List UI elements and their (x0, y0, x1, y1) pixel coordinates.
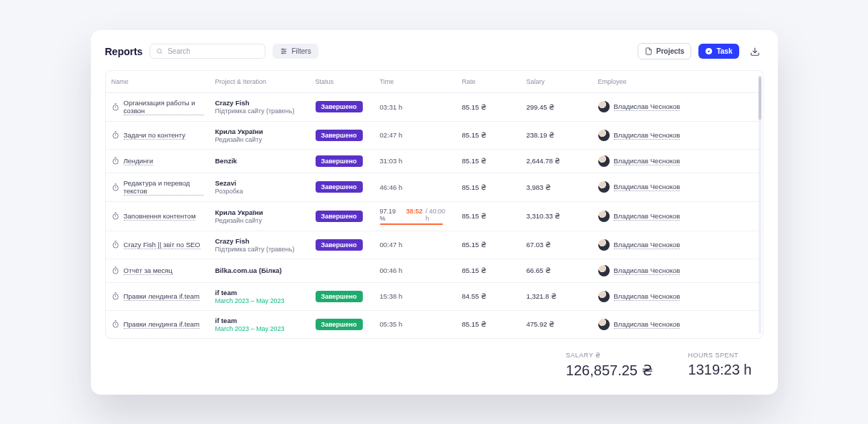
stopwatch-icon (112, 103, 120, 111)
avatar (598, 211, 610, 222)
project-name: Bilka.com.ua (Білка) (215, 266, 304, 274)
table-row[interactable]: Правки лендинга if.teamif teamMarch 2023… (106, 282, 763, 310)
salary-value: 475.92 ₴ (527, 320, 555, 328)
svg-line-1 (161, 52, 162, 54)
project-name: Crazy Fish (215, 237, 304, 245)
table-row[interactable]: ЛендингиBenzikЗавершено31:03 h85.15 ₴2,6… (106, 149, 763, 173)
project-name: Crazy Fish (215, 99, 304, 107)
stopwatch-icon (112, 292, 120, 300)
search-icon (156, 47, 163, 55)
employee-link[interactable]: Владислав Чесноков (614, 241, 681, 249)
task-name-link[interactable]: Организация работы и созвон (124, 99, 204, 115)
status-badge: Завершено (316, 155, 363, 167)
table-row[interactable]: Crazy Fish || звіт по SEOCrazy FishПідтр… (106, 231, 763, 259)
employee-link[interactable]: Владислав Чесноков (614, 266, 681, 275)
table-row[interactable]: Заповнення контентомКрила УкраїниРедизай… (106, 201, 763, 231)
time-value: 31:03 h (380, 157, 403, 165)
time-value: 03:31 h (380, 103, 403, 111)
avatar (598, 155, 610, 167)
filters-button[interactable]: Filters (273, 44, 318, 59)
rate-value: 85.15 ₴ (462, 183, 487, 191)
stopwatch-icon (112, 131, 120, 139)
projects-button[interactable]: Projects (638, 43, 691, 59)
project-name: Крила України (215, 208, 304, 216)
project-name: if team (215, 317, 304, 324)
filters-label: Filters (291, 47, 311, 55)
time-value: 05:35 h (380, 320, 403, 328)
svg-point-5 (283, 49, 284, 50)
col-status-header[interactable]: Status (310, 71, 374, 93)
employee-link[interactable]: Владислав Чесноков (614, 102, 681, 111)
svg-point-31 (112, 294, 117, 299)
employee-link[interactable]: Владислав Чесноков (614, 131, 681, 140)
stopwatch-icon (112, 212, 120, 220)
col-name-header[interactable]: Name (106, 71, 210, 93)
task-name-link[interactable]: Правки лендинга if.team (124, 320, 200, 329)
iteration-name: Редизайн сайту (215, 217, 304, 224)
salary-value: 238.19 ₴ (527, 131, 555, 139)
status-badge: Завершено (316, 130, 363, 141)
col-project-header[interactable]: Project & Iteration (210, 71, 310, 93)
summary-salary: SALARY ₴ 126,857.25 ₴ (566, 352, 653, 379)
table-row[interactable]: Организация работы и созвонCrazy FishПід… (106, 92, 763, 121)
table-row[interactable]: Правки лендинга if.teamif teamMarch 2023… (106, 310, 763, 338)
vertical-scrollbar[interactable] (759, 75, 761, 334)
table-row[interactable]: Отчёт за месяцBilka.com.ua (Білка)00:46 … (106, 259, 763, 282)
rate-value: 85.15 ₴ (462, 131, 487, 139)
summary-hours-label: HOURS SPENT (688, 352, 752, 359)
employee-link[interactable]: Владислав Чесноков (614, 212, 681, 221)
time-progress: 97.19 %38:52/ 40:00 h (380, 208, 451, 225)
col-time-header[interactable]: Time (374, 71, 457, 93)
col-rate-header[interactable]: Rate (457, 71, 521, 93)
task-button[interactable]: Task (698, 44, 738, 59)
employee-link[interactable]: Владислав Чесноков (614, 157, 681, 165)
salary-value: 66.65 ₴ (527, 266, 551, 274)
col-salary-header[interactable]: Salary (521, 71, 593, 93)
task-name-link[interactable]: Отчёт за месяц (124, 266, 172, 275)
svg-point-25 (112, 243, 117, 248)
sliders-icon (280, 47, 288, 55)
time-target: / 40:00 h (426, 208, 451, 222)
table-row[interactable]: Задачи по контентуКрила УкраїниРедизайн … (106, 121, 763, 149)
employee-link[interactable]: Владислав Чесноков (614, 320, 681, 329)
summary-hours: HOURS SPENT 1319:23 h (688, 352, 752, 379)
iteration-name: March 2023 – May 2023 (215, 297, 304, 304)
svg-point-28 (112, 269, 117, 274)
task-name-link[interactable]: Заповнення контентом (124, 212, 196, 221)
task-name-link[interactable]: Лендинги (124, 157, 154, 165)
status-badge: Завершено (316, 181, 363, 193)
svg-point-34 (112, 322, 117, 327)
time-percent: 97.19 % (380, 208, 404, 222)
project-name: Benzik (215, 157, 304, 165)
iteration-name: Підтримка сайту (травень) (215, 107, 304, 115)
search-box[interactable] (150, 44, 265, 59)
download-button[interactable] (746, 43, 764, 60)
summary-salary-value: 126,857.25 ₴ (566, 362, 653, 379)
salary-value: 1,321.8 ₴ (527, 292, 557, 300)
table-row[interactable]: Редактура и перевод текстовSezaviРозробк… (106, 173, 763, 201)
time-spent: 38:52 (406, 208, 422, 222)
stopwatch-icon (112, 157, 120, 165)
task-name-link[interactable]: Задачи по контенту (124, 131, 185, 140)
employee-link[interactable]: Владислав Чесноков (614, 183, 681, 191)
project-name: Крила України (215, 127, 304, 135)
employee-link[interactable]: Владислав Чесноков (614, 292, 681, 301)
stopwatch-icon (112, 320, 120, 328)
status-badge: Завершено (316, 291, 363, 302)
stopwatch-icon (112, 266, 120, 274)
iteration-name: March 2023 – May 2023 (215, 325, 304, 332)
svg-point-7 (283, 52, 284, 54)
time-value: 15:38 h (380, 292, 403, 300)
search-input[interactable] (167, 47, 259, 55)
task-name-link[interactable]: Правки лендинга if.team (124, 292, 200, 301)
rate-value: 85.15 ₴ (462, 320, 487, 328)
col-employee-header[interactable]: Employee (593, 71, 763, 93)
avatar (598, 101, 610, 112)
progress-bar (380, 223, 443, 225)
page-title: Reports (105, 46, 143, 57)
task-name-link[interactable]: Crazy Fish || звіт по SEO (124, 241, 200, 249)
reports-card: Reports Filters Projects Task (91, 30, 778, 395)
avatar (598, 319, 610, 330)
task-name-link[interactable]: Редактура и перевод текстов (124, 179, 204, 196)
task-label: Task (716, 47, 732, 55)
